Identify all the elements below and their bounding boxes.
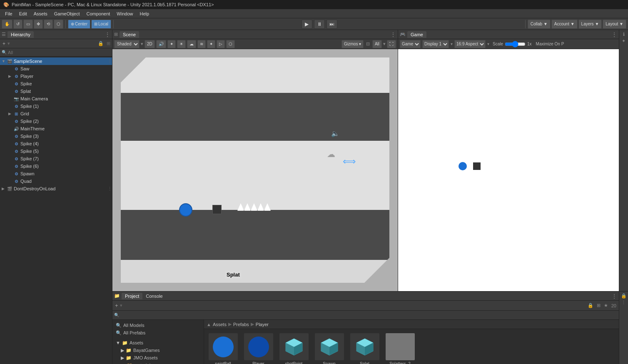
hierarchy-add-btn[interactable]: + bbox=[2, 41, 6, 47]
sidebar-bayatgames[interactable]: ▶ 📁 BayatGames bbox=[112, 347, 204, 354]
menu-help[interactable]: Help bbox=[136, 10, 152, 17]
tree-item-maincamera[interactable]: 📷 Main Camera bbox=[0, 95, 112, 102]
scene-tab[interactable]: Scene bbox=[120, 31, 139, 38]
breadcrumb-player[interactable]: Player bbox=[256, 322, 269, 327]
scene-expand-btn[interactable]: ⛶ bbox=[387, 40, 396, 48]
tree-item-splat[interactable]: ⚙ Splat bbox=[0, 87, 112, 95]
colview-btn[interactable]: ⊞ bbox=[597, 303, 601, 308]
tree-item-spike6[interactable]: ⚙ Spike (6) bbox=[0, 162, 112, 170]
game-tab[interactable]: Game bbox=[407, 31, 426, 38]
jmo-folder-icon: 📁 bbox=[126, 355, 132, 361]
tool-move[interactable]: ✥ bbox=[34, 20, 43, 29]
tree-item-spike4[interactable]: ⚙ Spike (4) bbox=[0, 140, 112, 147]
sidebar-allmodels[interactable]: 🔍 All Models bbox=[112, 322, 204, 329]
hierarchy-tab[interactable]: Hierarchy bbox=[7, 31, 34, 38]
bottom-lock-icon[interactable]: 🔒 bbox=[621, 293, 627, 299]
breadcrumb-assets[interactable]: Assets bbox=[213, 322, 227, 327]
tool-transform[interactable]: ⬡ bbox=[54, 20, 63, 29]
project-panel-menu[interactable]: ⋮ bbox=[611, 293, 617, 299]
sidebar-assets[interactable]: ▼ 📁 Assets bbox=[112, 339, 204, 347]
project-tab[interactable]: Project bbox=[122, 293, 142, 299]
aspect-ratio-select[interactable]: 16:9 Aspect bbox=[454, 40, 486, 48]
menu-gameobject[interactable]: GameObject bbox=[51, 10, 83, 17]
tree-item-spike1[interactable]: ⚙ Spike (1) bbox=[0, 102, 112, 110]
shotpoint-label: shotPoint bbox=[285, 362, 303, 364]
all-btn[interactable]: All bbox=[372, 40, 382, 48]
menu-component[interactable]: Component bbox=[83, 10, 113, 17]
save-star-btn[interactable]: ★ bbox=[604, 303, 608, 308]
layers-btn[interactable]: Layers ▼ bbox=[578, 20, 602, 29]
menu-assets[interactable]: Assets bbox=[30, 10, 51, 17]
lock-btn[interactable]: 🔒 bbox=[588, 303, 593, 308]
account-btn[interactable]: Account ▼ bbox=[551, 20, 578, 29]
hierarchy-search-input[interactable] bbox=[8, 50, 110, 55]
shading-dropdown[interactable]: Shaded bbox=[114, 40, 140, 48]
sidebar-jmoassets[interactable]: ▶ 📁 JMO Assets bbox=[112, 354, 204, 362]
2d-btn[interactable]: 2D bbox=[145, 40, 155, 48]
player-ball-scene bbox=[179, 203, 192, 217]
nav-btn[interactable]: ⬡ bbox=[226, 40, 235, 48]
scale-slider[interactable] bbox=[505, 42, 526, 47]
sidebar-materials[interactable]: 📁 materials bbox=[112, 362, 204, 364]
console-tab[interactable]: Console bbox=[142, 293, 166, 299]
scene-view[interactable]: 🔈 ☁ ⟺ bbox=[112, 49, 398, 291]
skybox-btn[interactable]: ☁ bbox=[187, 40, 196, 48]
asset-splat[interactable]: Splat bbox=[349, 333, 380, 364]
menu-window[interactable]: Window bbox=[113, 10, 136, 17]
menu-edit[interactable]: Edit bbox=[16, 10, 30, 17]
tree-item-grid[interactable]: ▶ ⊞ Grid bbox=[0, 110, 112, 117]
project-add-btn[interactable]: + bbox=[115, 302, 118, 309]
tree-item-spike3[interactable]: ⚙ Spike (3) bbox=[0, 132, 112, 140]
dontdestroy-menu[interactable]: ⋮ bbox=[107, 186, 112, 192]
tree-item-spike7[interactable]: ⚙ Spike (7) bbox=[0, 155, 112, 162]
breadcrumb-prefabs[interactable]: Prefabs bbox=[233, 322, 249, 327]
pause-button[interactable]: ⏸ bbox=[314, 20, 325, 29]
fog-btn[interactable]: ≋ bbox=[197, 40, 206, 48]
flares-btn[interactable]: ✦ bbox=[207, 40, 215, 48]
collab-btn[interactable]: Collab ▼ bbox=[528, 20, 551, 29]
step-button[interactable]: ⏭ bbox=[326, 20, 337, 29]
asset-paintball[interactable]: paintBall bbox=[207, 333, 239, 364]
samplescene-menu[interactable]: ⋮ bbox=[107, 59, 112, 64]
info-icon[interactable]: ℹ bbox=[623, 32, 625, 37]
tree-item-spike2[interactable]: ⚙ Spike (2) bbox=[0, 117, 112, 125]
space-local-btn[interactable]: ⊞ Local bbox=[91, 20, 111, 29]
asset-splatters2[interactable]: Splatters_2 bbox=[384, 333, 416, 364]
sidebar-allprefabs[interactable]: 🔍 All Prefabs bbox=[112, 329, 204, 337]
pivot-center-btn[interactable]: ⊕ Center bbox=[68, 20, 90, 29]
anim-btn[interactable]: ▷ bbox=[217, 40, 225, 48]
lighting-btn[interactable]: ☀ bbox=[177, 40, 186, 48]
tool-hand[interactable]: ✋ bbox=[2, 20, 12, 29]
tree-item-saw[interactable]: ⚙ Saw bbox=[0, 65, 112, 72]
tree-item-spike[interactable]: ⚙ Spike bbox=[0, 80, 112, 87]
tree-item-spawn[interactable]: ⚙ Spawn bbox=[0, 170, 112, 177]
game-panel-menu[interactable]: ⋮ bbox=[611, 31, 617, 38]
tree-item-dontdestroy[interactable]: ▶ 🎬 DontDestroyOnLoad ⋮ bbox=[0, 185, 112, 192]
tree-item-samplescene[interactable]: ▼ 🎬 SampleScene ⋮ bbox=[0, 57, 112, 65]
player-circle bbox=[248, 337, 269, 357]
asset-shotpoint[interactable]: shotPoint bbox=[278, 333, 309, 364]
audio-btn[interactable]: 🔊 bbox=[156, 40, 166, 48]
asset-spawn[interactable]: Spawn bbox=[314, 333, 345, 364]
breadcrumb-up-arrow[interactable]: ▲ bbox=[207, 322, 211, 327]
tool-scale[interactable]: ⟲ bbox=[44, 20, 53, 29]
scene-panel-menu[interactable]: ⋮ bbox=[390, 31, 396, 38]
gizmos-btn[interactable]: Gizmos ▾ bbox=[341, 40, 364, 48]
play-button[interactable]: ▶ bbox=[302, 20, 312, 29]
game-display-select[interactable]: Game bbox=[400, 40, 421, 48]
layout-btn[interactable]: Layout ▼ bbox=[603, 20, 626, 29]
tool-rect[interactable]: ▭ bbox=[23, 20, 33, 29]
project-search-input[interactable] bbox=[120, 313, 617, 318]
project-panel: 📁 Project Console ⋮ + ▾ 🔒 ⊞ ★ 20 bbox=[112, 292, 619, 364]
menu-file[interactable]: File bbox=[2, 10, 16, 17]
tree-item-maintheme[interactable]: 🔊 MainTheme bbox=[0, 125, 112, 132]
tool-rotate[interactable]: ↺ bbox=[13, 20, 22, 29]
tree-item-quad[interactable]: ⚙ Quad bbox=[0, 177, 112, 185]
tree-item-player[interactable]: ▶ ⚙ Player bbox=[0, 72, 112, 80]
game-display-num-select[interactable]: Display 1 bbox=[422, 40, 449, 48]
bottom-more-icon[interactable]: ⋮ bbox=[621, 300, 626, 305]
tree-item-spike5[interactable]: ⚙ Spike (5) bbox=[0, 147, 112, 155]
asset-player[interactable]: Player bbox=[243, 333, 274, 364]
fx-btn[interactable]: ✦ bbox=[167, 40, 176, 48]
hierarchy-menu-btn[interactable]: ⋮ bbox=[105, 31, 110, 38]
